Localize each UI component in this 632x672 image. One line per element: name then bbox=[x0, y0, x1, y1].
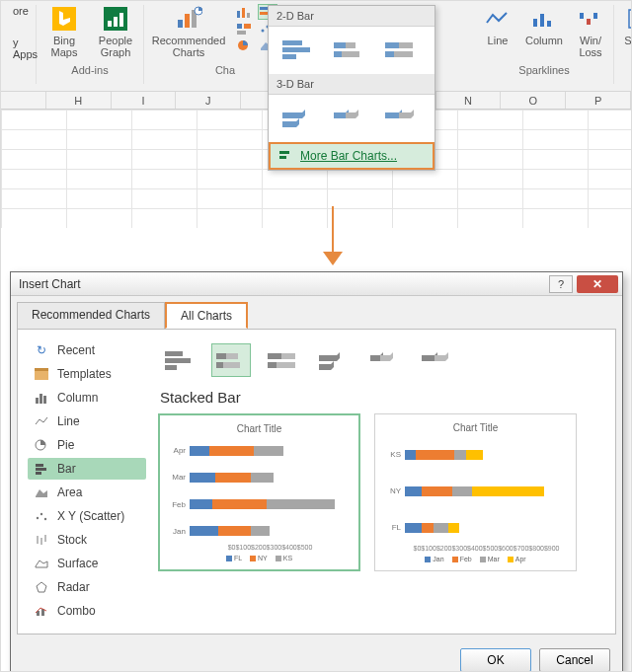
bing-maps-button[interactable]: Bing Maps bbox=[42, 5, 86, 58]
col-I[interactable]: I bbox=[112, 92, 177, 109]
svg-point-62 bbox=[37, 517, 39, 519]
sparkline-line-icon bbox=[484, 5, 512, 33]
sparkline-column-button[interactable]: Column bbox=[522, 5, 566, 46]
chart-preview-2[interactable]: Chart Title KSNYFL $0$100$200$300$400$50… bbox=[374, 413, 577, 571]
sparkline-line-button[interactable]: Line bbox=[481, 5, 514, 46]
more-bar-charts-button[interactable]: More Bar Charts... bbox=[269, 142, 434, 170]
clustered-bar-2d[interactable] bbox=[278, 35, 320, 66]
slicer-button[interactable]: Slicer bbox=[620, 5, 632, 46]
side-pie[interactable]: Pie bbox=[28, 434, 146, 456]
side-radar[interactable]: Radar bbox=[28, 576, 146, 598]
ribbon-truncated-2[interactable]: y Apps bbox=[13, 37, 38, 60]
side-surface[interactable]: Surface bbox=[28, 553, 146, 574]
stacked-bar-100-3d[interactable] bbox=[381, 103, 423, 134]
recommended-charts-button[interactable]: Recommended Charts bbox=[150, 5, 227, 58]
side-templates[interactable]: Templates bbox=[28, 363, 146, 385]
templates-icon bbox=[34, 366, 49, 382]
subtype-clustered-bar-3d[interactable] bbox=[314, 343, 354, 377]
bar-chart-mini-icon bbox=[278, 149, 294, 163]
tab-recommended-charts[interactable]: Recommended Charts bbox=[17, 302, 165, 329]
svg-rect-14 bbox=[237, 24, 242, 29]
svg-rect-41 bbox=[385, 42, 399, 48]
svg-marker-82 bbox=[319, 352, 340, 361]
svg-rect-9 bbox=[237, 11, 240, 18]
svg-rect-51 bbox=[279, 151, 289, 154]
dropdown-2d-header: 2-D Bar bbox=[269, 6, 434, 27]
side-bar[interactable]: Bar bbox=[28, 458, 146, 480]
close-button[interactable]: ✕ bbox=[577, 275, 618, 293]
svg-rect-79 bbox=[281, 353, 295, 359]
side-combo[interactable]: Combo bbox=[28, 600, 146, 622]
pie-chart-icon[interactable] bbox=[235, 38, 253, 52]
help-button[interactable]: ? bbox=[549, 275, 573, 293]
svg-rect-61 bbox=[36, 472, 41, 475]
svg-rect-2 bbox=[108, 21, 112, 27]
svg-rect-28 bbox=[580, 13, 584, 19]
clustered-bar-3d[interactable] bbox=[278, 103, 320, 134]
insert-chart-dialog: Insert Chart ? ✕ Recommended Charts All … bbox=[10, 271, 623, 672]
svg-rect-76 bbox=[216, 362, 223, 368]
svg-marker-68 bbox=[37, 582, 46, 592]
stacked-bar-100-2d[interactable] bbox=[381, 35, 423, 66]
radar-icon bbox=[34, 579, 49, 595]
line-icon bbox=[34, 413, 49, 429]
side-recent[interactable]: ↻Recent bbox=[28, 339, 146, 361]
side-area[interactable]: Area bbox=[28, 482, 146, 503]
stacked-bar-3d[interactable] bbox=[330, 103, 371, 134]
col-P[interactable]: P bbox=[566, 92, 631, 109]
svg-rect-72 bbox=[165, 358, 191, 363]
side-line[interactable]: Line bbox=[28, 411, 146, 432]
bar-icon bbox=[34, 461, 49, 477]
col-H[interactable]: H bbox=[46, 92, 112, 109]
svg-marker-45 bbox=[282, 110, 305, 118]
people-graph-button[interactable]: People Graph bbox=[94, 5, 137, 58]
ok-button[interactable]: OK bbox=[460, 648, 531, 672]
svg-rect-73 bbox=[165, 365, 177, 370]
svg-rect-42 bbox=[399, 42, 413, 48]
svg-rect-37 bbox=[334, 42, 346, 48]
svg-rect-75 bbox=[226, 353, 238, 359]
svg-rect-27 bbox=[547, 21, 551, 27]
svg-rect-38 bbox=[346, 42, 356, 48]
group-label-addins: Add-ins bbox=[71, 64, 108, 76]
ribbon-truncated[interactable]: ore bbox=[13, 5, 29, 17]
svg-rect-80 bbox=[268, 362, 276, 368]
svg-rect-77 bbox=[223, 362, 240, 368]
sparkline-winloss-button[interactable]: Win/ Loss bbox=[574, 5, 607, 58]
bar-chart-dropdown: 2-D Bar 3-D Bar More Bar Charts... bbox=[268, 5, 435, 171]
svg-rect-57 bbox=[43, 396, 46, 404]
column-chart-icon[interactable] bbox=[235, 5, 253, 19]
subtype-stacked-bar[interactable] bbox=[211, 343, 251, 377]
col-N[interactable]: N bbox=[436, 92, 502, 109]
svg-rect-54 bbox=[35, 368, 48, 371]
tab-all-charts[interactable]: All Charts bbox=[165, 302, 248, 329]
area-icon bbox=[34, 485, 49, 500]
hierarchy-chart-icon[interactable] bbox=[235, 22, 253, 36]
svg-rect-4 bbox=[119, 13, 123, 27]
col-O[interactable]: O bbox=[501, 92, 566, 109]
svg-rect-55 bbox=[36, 398, 39, 404]
combo-icon bbox=[34, 603, 49, 619]
side-stock[interactable]: Stock bbox=[28, 529, 146, 551]
col-J[interactable]: J bbox=[176, 92, 241, 109]
dialog-titlebar[interactable]: Insert Chart ? ✕ bbox=[11, 272, 622, 296]
callout-arrow bbox=[323, 206, 343, 267]
svg-rect-29 bbox=[587, 19, 591, 25]
svg-rect-3 bbox=[114, 17, 118, 27]
svg-rect-30 bbox=[593, 13, 597, 19]
subtype-stacked-bar-100[interactable] bbox=[263, 343, 302, 377]
svg-rect-44 bbox=[394, 51, 413, 57]
pie-icon bbox=[34, 437, 49, 453]
stacked-bar-2d[interactable] bbox=[330, 35, 371, 66]
side-column[interactable]: Column bbox=[28, 387, 146, 409]
svg-rect-10 bbox=[242, 8, 245, 18]
svg-marker-46 bbox=[282, 118, 299, 127]
chart-preview-1[interactable]: Chart Title AprMarFebJan $0$100$200$300$… bbox=[158, 413, 360, 571]
subtype-stacked-bar-3d[interactable] bbox=[365, 343, 405, 377]
svg-rect-43 bbox=[385, 51, 394, 57]
svg-rect-6 bbox=[185, 14, 190, 28]
subtype-stacked-bar-100-3d[interactable] bbox=[417, 343, 456, 377]
side-xy-scatter[interactable]: X Y (Scatter) bbox=[28, 505, 146, 527]
subtype-clustered-bar[interactable] bbox=[160, 343, 199, 377]
cancel-button[interactable]: Cancel bbox=[539, 648, 610, 672]
